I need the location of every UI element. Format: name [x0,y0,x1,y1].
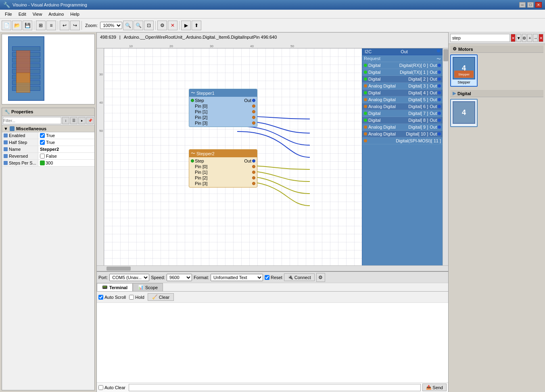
zoom-label: Zoom: [85,23,98,28]
clear-button[interactable]: 🧹 Clear [148,293,174,301]
search-clear-button[interactable]: ✕ [511,34,516,42]
canvas-ruler-left: 30 40 50 [97,48,104,265]
enabled-checkbox[interactable] [40,133,45,138]
open-button[interactable]: 📂 [12,21,22,30]
stepper2-pin-step: Step Out [191,158,255,164]
stepper2-pin0-dot [252,165,255,168]
serial-settings-button[interactable]: ⚙ [316,273,325,282]
redo-button[interactable]: ↪ [70,21,80,30]
expand-button[interactable]: ▸ [78,117,86,124]
delete-button[interactable]: ✕ [168,21,177,30]
connect-button[interactable]: 🔌 Connect [284,273,315,281]
halfstep-checkbox[interactable] [40,140,45,145]
zoom-select[interactable]: 50% 75% 100% 125% 150% 200% [100,22,122,29]
close-button[interactable]: ✕ [535,2,542,8]
menu-arduino[interactable]: Arduino [45,11,67,17]
save-button[interactable]: 💾 [23,21,32,30]
pin1-out-dot [252,110,255,113]
terminal-input-row: Auto Clear 📤 Send [97,382,448,392]
zoom-in-button[interactable]: 🔍 [123,21,133,30]
digital-icon: 4 [453,101,475,124]
stepper1-component[interactable]: 〜 Stepper1 Step Out [189,89,257,127]
tab-scope[interactable]: 📊 Scope [133,283,163,291]
terminal-area [97,303,448,379]
zoom-out-button[interactable]: 🔍 [134,21,143,30]
align-button[interactable]: ≡ [46,21,56,30]
search-nav-button[interactable]: → [533,34,538,42]
stepper1-pin2: Pin [2] [191,115,255,120]
pin-d6-analog-icon [364,105,367,108]
stepper1-pin-step: Step Out [191,98,255,103]
hold-checkbox[interactable] [129,295,134,300]
pin-d9-out [438,125,441,129]
canvas-vscrollbar[interactable] [443,48,448,265]
arduino-pin-d8: Digital Digital[ 8 ] Out [362,117,443,124]
component-search-input[interactable] [450,34,510,42]
autoclear-checkbox[interactable] [98,385,103,390]
palette-digital-item[interactable]: 4 [450,99,478,127]
send-input[interactable] [129,384,421,391]
autoscroll-checkbox[interactable] [98,295,103,300]
canvas-area: 10 20 30 40 50 30 40 50 [97,41,448,271]
port-select[interactable]: COM5 (Unav... [109,274,149,281]
pin-d5-analog-icon [364,98,367,101]
prop-category-misc[interactable]: ▼ Miscellaneous [2,125,94,132]
pin2-out-dot [252,116,255,119]
stepper2-pin3-dot [252,182,255,185]
minimize-button[interactable]: ─ [519,2,526,8]
menu-file[interactable]: File [2,11,15,17]
reset-checkbox[interactable] [265,275,269,280]
arduino-pin-d6: Analog Digital Digital[ 6 ] Out [362,103,443,110]
compile-button[interactable]: ▶ [181,21,191,30]
stepper2-pin2: Pin [2] [191,175,255,181]
upload-button[interactable]: ⬆ [192,21,201,30]
bottom-tabs: 📟 Terminal 📊 Scope [97,283,448,292]
hold-label[interactable]: Hold [129,295,144,300]
pin-button[interactable]: 📌 [86,117,94,124]
autoscroll-label[interactable]: Auto Scroll [98,295,126,300]
format-select[interactable]: Unformatted Text Hex Decimal [211,274,263,281]
search-add-button[interactable]: + [527,34,532,42]
tab-terminal[interactable]: 📟 Terminal [97,283,133,291]
search-settings-button[interactable]: ⚙ [522,34,527,42]
reset-label[interactable]: Reset [265,275,282,280]
search-close-button[interactable]: ✕ [539,34,543,42]
maximize-button[interactable]: □ [527,2,534,8]
pin-tx1-in [364,71,367,74]
canvas-hscrollbar[interactable] [97,265,448,271]
autoclear-label[interactable]: Auto Clear [98,385,125,390]
stepper2-component[interactable]: 〜 Stepper2 Step Out [189,149,257,188]
reversed-checkbox[interactable] [40,154,45,158]
stepper2-header: 〜 Stepper2 [189,150,257,157]
menu-help[interactable]: Help [67,11,83,17]
categories-button[interactable]: ☰ [70,117,77,124]
category-digital: ▶ Digital [450,90,543,97]
menu-view[interactable]: View [29,11,46,17]
stepper2-body: Step Out Pin [0] Pin [1] [189,157,257,187]
property-search-input[interactable] [3,117,61,124]
terminal-controls: Auto Scroll Hold 🧹 Clear [97,292,448,303]
canvas-ruler-top: 10 20 30 40 50 [97,41,448,48]
menu-edit[interactable]: Edit [15,11,29,17]
search-filter-button[interactable]: ▼ [516,34,521,42]
new-button[interactable]: 📄 [2,21,11,30]
stepper2-pin-step-in [191,159,194,163]
canvas-content[interactable]: 〜 Stepper1 Step Out [104,48,443,265]
undo-button[interactable]: ↩ [60,21,69,30]
grid-button[interactable]: ⊞ [36,21,46,30]
properties-panel: 🔧 Properties ↕ ☰ ▸ 📌 ▼ Miscellaneous [2,108,95,390]
pin-d8-in [364,119,367,122]
zoom-fit-button[interactable]: ⊡ [144,21,154,30]
speed-select[interactable]: 9600 115200 [167,274,192,281]
separator-4 [155,21,156,30]
component-button[interactable]: ⚙ [157,21,167,30]
pin-d9-analog-icon [364,125,367,129]
bottom-panel: Port: COM5 (Unav... Speed: 9600 115200 F… [97,271,448,392]
pin-d2-out [438,77,441,81]
pin-d7-in [364,112,367,115]
sort-button[interactable]: ↕ [62,117,69,124]
stepper2-pin0: Pin [0] [191,164,255,169]
pin-d3-analog-icon [364,84,367,88]
send-button[interactable]: 📤 Send [422,384,447,391]
palette-stepper-motor[interactable]: 4 Stepper Stepper [450,54,478,87]
